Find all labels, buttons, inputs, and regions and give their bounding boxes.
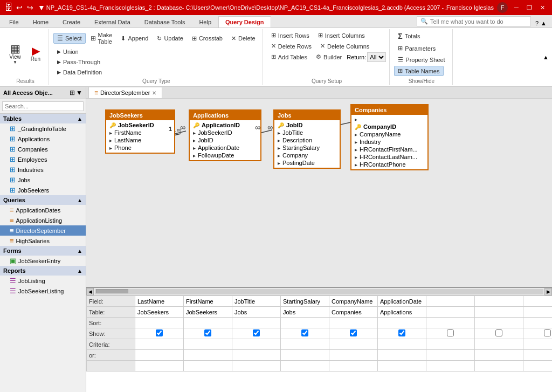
- ribbon-collapse-btn[interactable]: ▲: [542, 29, 550, 85]
- grid-cell-e1-4[interactable]: [329, 361, 378, 372]
- nav-item-employees[interactable]: ⊞ Employees: [0, 154, 86, 164]
- select-button[interactable]: ☰ Select: [53, 33, 86, 44]
- grid-cell-table-0[interactable]: JobSeekers: [135, 307, 184, 318]
- grid-cell-e1-3[interactable]: [281, 361, 329, 372]
- show-checkbox-0[interactable]: [156, 329, 163, 336]
- crosstab-button[interactable]: ⊞ Crosstab: [188, 33, 226, 44]
- nav-item-industries[interactable]: ⊞ Industries: [0, 164, 86, 175]
- grid-cell-field-0[interactable]: LastName: [135, 296, 184, 307]
- nav-search-input[interactable]: [2, 101, 84, 111]
- grid-cell-show-5[interactable]: [378, 328, 426, 339]
- grid-cell-show-1[interactable]: [184, 328, 232, 339]
- grid-cell-sort-8[interactable]: [523, 318, 553, 328]
- grid-cell-show-0[interactable]: [135, 328, 184, 339]
- restore-button[interactable]: ❐: [524, 3, 535, 12]
- ribbon-search-input[interactable]: [430, 18, 527, 25]
- grid-cell-field-5[interactable]: ApplicationDate: [378, 296, 426, 307]
- grid-cell-table-2[interactable]: Jobs: [232, 307, 281, 318]
- grid-cell-or-1[interactable]: [184, 350, 232, 361]
- update-button[interactable]: ↻ Update: [153, 33, 187, 44]
- grid-cell-field-3[interactable]: StartingSalary: [281, 296, 329, 307]
- show-checkbox-2[interactable]: [253, 329, 260, 336]
- grid-cell-show-4[interactable]: [329, 328, 378, 339]
- tab-directorseptember[interactable]: ≡ DirectorSeptember ✕: [88, 87, 162, 98]
- nav-section-forms[interactable]: Forms ▲: [0, 246, 86, 256]
- grid-cell-or-5[interactable]: [378, 350, 426, 361]
- grid-cell-e1-7[interactable]: [475, 361, 523, 372]
- redo-button[interactable]: ↪: [26, 2, 34, 13]
- show-checkbox-8[interactable]: [544, 329, 551, 336]
- grid-cell-e1-6[interactable]: [426, 361, 475, 372]
- grid-cell-or-0[interactable]: [135, 350, 184, 361]
- grid-cell-crit-1[interactable]: [184, 339, 232, 350]
- grid-cell-crit-7[interactable]: [475, 339, 523, 350]
- grid-cell-sort-0[interactable]: [135, 318, 184, 328]
- grid-cell-table-8[interactable]: [523, 307, 553, 318]
- tab-create[interactable]: Create: [56, 16, 87, 27]
- scroll-left-btn[interactable]: ◀: [86, 288, 94, 295]
- grid-cell-sort-3[interactable]: [281, 318, 329, 328]
- parameters-button[interactable]: ⊞ Parameters: [394, 43, 439, 53]
- scroll-right-btn[interactable]: ▶: [544, 288, 552, 295]
- grid-cell-show-8[interactable]: [523, 328, 553, 339]
- nav-item-appdates[interactable]: ≡ ApplicationDates: [0, 205, 86, 215]
- show-checkbox-7[interactable]: [495, 329, 502, 336]
- grid-cell-sort-7[interactable]: [475, 318, 523, 328]
- help-icon[interactable]: ?: [535, 20, 539, 26]
- grid-cell-or-2[interactable]: [232, 350, 281, 361]
- grid-cell-crit-8[interactable]: [523, 339, 553, 350]
- nav-item-directorsept[interactable]: ≡ DirectorSeptember: [0, 225, 86, 236]
- upper-scrollbar-track[interactable]: [95, 289, 543, 294]
- nav-section-queries[interactable]: Queries ▲: [0, 195, 86, 205]
- close-button[interactable]: ✕: [537, 3, 548, 12]
- grid-cell-table-1[interactable]: JobSeekers: [184, 307, 232, 318]
- grid-cell-e1-8[interactable]: [523, 361, 553, 372]
- tab-file[interactable]: File: [2, 16, 26, 27]
- table-names-button[interactable]: ⊞ Table Names: [394, 66, 443, 76]
- nav-item-applisting[interactable]: ≡ ApplicationListing: [0, 215, 86, 225]
- run-button[interactable]: ▶ Run: [26, 44, 45, 64]
- grid-cell-or-6[interactable]: [426, 350, 475, 361]
- show-checkbox-6[interactable]: [447, 329, 454, 336]
- nav-item-jobseekers[interactable]: ⊞ JobSeekers: [0, 185, 86, 195]
- grid-cell-field-2[interactable]: JobTitle: [232, 296, 281, 307]
- nav-item-jobs[interactable]: ⊞ Jobs: [0, 175, 86, 185]
- grid-cell-crit-2[interactable]: [232, 339, 281, 350]
- view-button[interactable]: ▦ View ▼: [5, 42, 25, 66]
- grid-cell-field-8[interactable]: [523, 296, 553, 307]
- nav-options-btn[interactable]: ▼: [76, 89, 82, 97]
- undo-button[interactable]: ↩: [15, 2, 24, 13]
- grid-cell-e1-2[interactable]: [232, 361, 281, 372]
- property-sheet-button[interactable]: ☰ Property Sheet: [394, 54, 448, 65]
- nav-item-companies[interactable]: ⊞ Companies: [0, 144, 86, 154]
- append-button[interactable]: ⬇ Append: [117, 33, 152, 44]
- grid-cell-table-7[interactable]: [475, 307, 523, 318]
- return-select[interactable]: All 5 25: [367, 52, 386, 62]
- grid-cell-show-2[interactable]: [232, 328, 281, 339]
- tab-external-data[interactable]: External Data: [87, 16, 137, 27]
- nav-item-joblisting[interactable]: ☰ JobListing: [0, 276, 86, 286]
- delete-rows-button[interactable]: ✕ Delete Rows: [267, 41, 315, 51]
- minimize-button[interactable]: ─: [511, 3, 522, 12]
- grid-cell-sort-6[interactable]: [426, 318, 475, 328]
- grid-cell-or-7[interactable]: [475, 350, 523, 361]
- delete-button[interactable]: ✕ Delete: [227, 33, 259, 44]
- builder-button[interactable]: ⚙ Builder: [312, 52, 346, 62]
- grid-cell-show-7[interactable]: [475, 328, 523, 339]
- upper-scrollbar-thumb[interactable]: [96, 289, 128, 293]
- insert-rows-button[interactable]: ⊞ Insert Rows: [267, 30, 313, 40]
- grid-cell-field-6[interactable]: [426, 296, 475, 307]
- grid-cell-show-3[interactable]: [281, 328, 329, 339]
- tab-database-tools[interactable]: Database Tools: [137, 16, 192, 27]
- data-definition-button[interactable]: ▶ Data Definition: [53, 67, 106, 77]
- delete-columns-button[interactable]: ✕ Delete Columns: [316, 41, 373, 51]
- grid-cell-e1-0[interactable]: [135, 361, 184, 372]
- nav-item-jobseekerentry[interactable]: ▣ JobSeekerEntry: [0, 256, 86, 266]
- grid-cell-crit-5[interactable]: [378, 339, 426, 350]
- grid-cell-e1-5[interactable]: [378, 361, 426, 372]
- nav-item-jobseekerlisting[interactable]: ☰ JobSeekerListing: [0, 286, 86, 296]
- union-button[interactable]: ▶ Union: [53, 47, 106, 57]
- grid-cell-or-4[interactable]: [329, 350, 378, 361]
- grid-cell-sort-1[interactable]: [184, 318, 232, 328]
- pass-through-button[interactable]: ▶ Pass-Through: [53, 57, 106, 67]
